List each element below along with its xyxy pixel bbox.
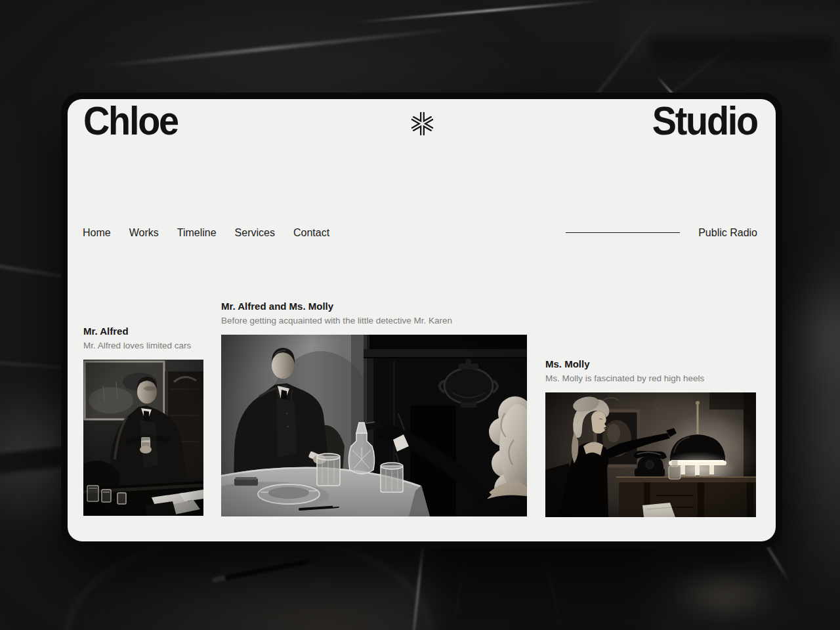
backdrop-blob-bottomright [666,563,784,622]
backdrop-glass-streak [539,541,564,630]
backdrop-streak [99,27,465,68]
work-subtitle: Before getting acquainted with the littl… [221,314,527,327]
backdrop-streak [355,0,604,24]
backdrop-mantel-topright [623,3,840,63]
nav-item-services[interactable]: Services [235,227,275,239]
work-card-mr-alfred-and-ms-molly: Mr. Alfred and Ms. Molly Before getting … [221,300,527,516]
nav-item-home[interactable]: Home [83,227,111,239]
nav-item-contact[interactable]: Contact [293,227,329,239]
public-radio-link[interactable]: Public Radio [698,227,757,239]
work-subtitle: Mr. Alfred loves limited cars [83,339,203,352]
asterisk-icon [410,112,434,136]
work-card-mr-alfred: Mr. Alfred Mr. Alfred loves limited cars [83,325,203,516]
backdrop-figure-right-hl [788,276,840,400]
backdrop-pen [212,556,322,583]
divider-line [566,232,680,233]
backdrop-table-glow [92,538,551,630]
photo-ms-molly[interactable] [545,392,756,517]
photo-mr-alfred-and-ms-molly[interactable] [221,335,527,516]
backdrop-mantel-shadow [650,36,833,62]
site-card: Chloe Studio Home Works Timeline Service… [68,99,776,541]
brand-studio: Studio [652,100,757,141]
work-title: Ms. Molly [545,358,756,371]
work-title: Mr. Alfred and Ms. Molly [221,300,527,313]
brand-chloe: Chloe [83,100,178,141]
work-title: Mr. Alfred [83,325,203,338]
backdrop-glass-streak [451,537,470,630]
site-card-frame: Chloe Studio Home Works Timeline Service… [61,93,782,548]
main-nav: Home Works Timeline Services Contact [83,227,329,239]
nav-item-works[interactable]: Works [129,227,159,239]
work-subtitle: Ms. Molly is fascinated by red high heel… [545,372,756,385]
work-card-ms-molly: Ms. Molly Ms. Molly is fascinated by red… [545,358,756,517]
nav-item-timeline[interactable]: Timeline [177,227,217,239]
photo-mr-alfred[interactable] [83,360,203,516]
